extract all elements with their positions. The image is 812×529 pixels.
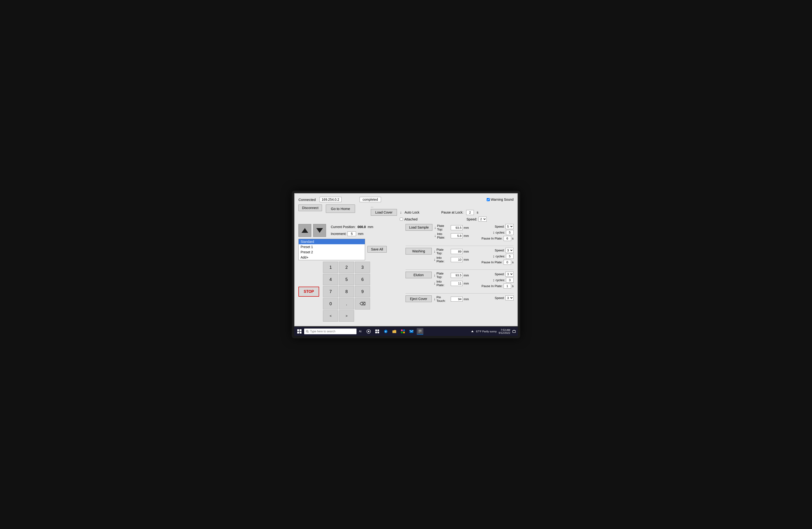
svg-point-3 <box>368 331 369 332</box>
increment-unit: mm <box>358 232 363 236</box>
numpad-7[interactable]: 7 <box>323 286 338 297</box>
pin-touch-label: Pin Touch: <box>436 296 450 303</box>
svg-line-1 <box>308 332 308 333</box>
numpad-1[interactable]: 1 <box>323 262 338 273</box>
speed-label-w: Speed: <box>495 248 505 252</box>
date-display: 9/12/2022 <box>498 331 510 334</box>
ip-address: 169.254.0.2 <box>320 197 342 202</box>
numpad-9[interactable]: 9 <box>355 286 370 297</box>
eject-cover-button[interactable]: Eject Cover <box>406 296 432 302</box>
numpad-2[interactable]: 2 <box>339 262 354 273</box>
active-app-button[interactable] <box>417 328 423 335</box>
plate-top-unit-e: mm <box>464 274 469 277</box>
numpad-3[interactable]: 3 <box>355 262 370 273</box>
cycles-arrow-w: ↕ <box>493 254 494 259</box>
svg-rect-18 <box>419 332 420 333</box>
current-position-label: Current Position: <box>331 225 356 229</box>
pause-unit-ls: s <box>512 237 514 240</box>
into-plate-arrow-ls: ↓ <box>434 233 436 238</box>
preset-standard[interactable]: Standard <box>299 239 365 244</box>
numpad-4[interactable]: 4 <box>323 274 338 285</box>
search-box[interactable] <box>304 329 357 334</box>
cycles-input-ls[interactable] <box>506 230 513 235</box>
disconnect-button[interactable]: Disconnect <box>299 204 322 211</box>
completed-status: completed <box>360 197 381 202</box>
numpad-backspace[interactable]: ⌫ <box>355 298 370 310</box>
preset-1[interactable]: Preset 1 <box>299 244 365 249</box>
weather-temp: 67°F Partly sunny <box>476 330 497 333</box>
cycles-input-e[interactable] <box>506 277 513 283</box>
load-cover-button[interactable]: Load Cover <box>371 209 397 216</box>
move-down-button[interactable] <box>313 224 326 237</box>
speed-select-w[interactable]: 31245 <box>506 248 513 253</box>
attached-checkbox[interactable] <box>400 218 403 221</box>
preset-add[interactable]: Add+ <box>299 255 365 260</box>
taskbar-icons: e <box>365 328 423 335</box>
speed-label-cover: Speed: <box>466 217 477 221</box>
svg-rect-17 <box>419 330 421 332</box>
edge-button[interactable]: e <box>382 328 389 335</box>
speed-label-ls: Speed: <box>495 225 505 228</box>
warning-sound-label: Warning Sound <box>491 198 513 201</box>
attached-label: Attached <box>404 217 417 221</box>
ellipsis-label: ... <box>371 204 373 208</box>
warning-sound-checkbox[interactable] <box>487 198 490 201</box>
into-plate-input-w[interactable] <box>451 257 463 262</box>
speed-select-e[interactable]: 31245 <box>506 272 513 277</box>
numpad-0[interactable]: 0 <box>323 298 338 310</box>
notification-icon[interactable] <box>512 329 516 333</box>
plate-top-input-e[interactable] <box>451 273 463 278</box>
auto-lock-label: Auto Lock <box>405 211 419 214</box>
svg-rect-20 <box>512 330 516 333</box>
cycles-arrow-ls: ↕ <box>493 230 494 235</box>
stop-button[interactable]: STOP <box>299 287 319 297</box>
pause-in-plate-input-w[interactable] <box>504 260 511 265</box>
numpad-dot[interactable]: . <box>339 298 354 310</box>
load-sample-button[interactable]: Load Sample <box>406 224 432 231</box>
current-position-value: 000.0 <box>358 225 366 229</box>
pin-touch-input[interactable] <box>451 297 463 302</box>
numpad-left[interactable]: < <box>323 310 338 321</box>
save-all-button[interactable]: Save All <box>367 246 387 253</box>
pause-at-lock-input[interactable] <box>466 210 474 215</box>
store-button[interactable] <box>400 328 406 335</box>
elution-button[interactable]: Elution <box>406 272 432 278</box>
svg-rect-12 <box>403 329 405 331</box>
widgets-button[interactable] <box>374 328 380 335</box>
numpad-6[interactable]: 6 <box>355 274 370 285</box>
plate-top-input-w[interactable] <box>451 249 463 254</box>
svg-rect-7 <box>377 332 379 333</box>
speed-select-ec[interactable]: 31245 <box>506 296 513 300</box>
speed-select-cover[interactable]: 21345 <box>479 217 487 221</box>
move-up-button[interactable] <box>299 224 311 237</box>
increment-input[interactable] <box>347 231 356 236</box>
numpad-right[interactable]: > <box>339 310 354 321</box>
file-explorer-button[interactable] <box>391 328 398 335</box>
washing-button[interactable]: Washing <box>406 248 432 255</box>
pin-touch-arrow: ↓ <box>434 297 435 301</box>
svg-marker-19 <box>471 330 474 332</box>
cycles-input-w[interactable] <box>506 254 513 259</box>
search-input[interactable] <box>310 330 354 333</box>
pause-in-plate-input-e[interactable] <box>504 284 511 288</box>
numpad-8[interactable]: 8 <box>339 286 354 297</box>
preset-2[interactable]: Preset 2 <box>299 249 365 255</box>
mail-button[interactable] <box>408 328 415 335</box>
speed-label-e: Speed: <box>495 272 505 276</box>
into-plate-input-e[interactable] <box>451 281 463 286</box>
numpad-5[interactable]: 5 <box>339 274 354 285</box>
pin-touch-unit: mm <box>464 297 469 301</box>
svg-text:e: e <box>385 330 387 333</box>
start-button[interactable] <box>296 328 303 335</box>
tray-up-icon[interactable] <box>471 330 474 333</box>
svg-rect-14 <box>403 332 405 333</box>
plate-top-label-w: Plate Top: <box>436 248 450 255</box>
task-view-button[interactable] <box>365 328 372 335</box>
speed-select-ls[interactable]: 51234 <box>506 224 513 229</box>
into-plate-input-ls[interactable] <box>451 233 463 238</box>
taskbar: Ai e <box>294 327 518 336</box>
pause-unit: s <box>477 211 478 214</box>
go-to-home-button[interactable]: Go to Home <box>326 204 355 213</box>
plate-top-input-ls[interactable] <box>451 225 463 230</box>
pause-in-plate-input-ls[interactable] <box>504 236 511 241</box>
